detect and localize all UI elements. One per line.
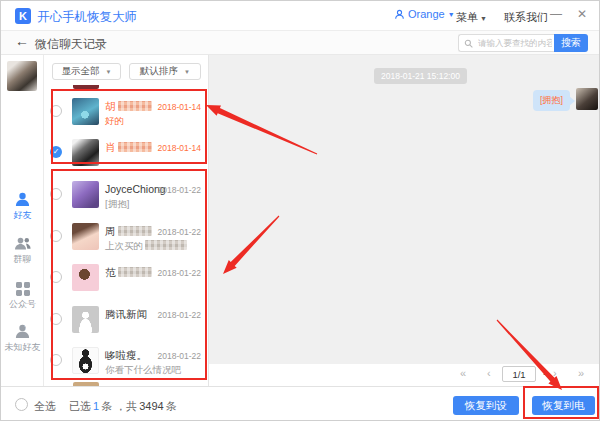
page-header: ← 微信聊天记录 搜索 xyxy=(1,31,599,55)
item-checkbox-checked[interactable]: ✓ xyxy=(50,146,62,158)
contact-list: 显示全部▼ 默认排序▼ 胡2018-01-14好的✓肖2018-01-14Joy… xyxy=(44,55,208,386)
censored-name-mosaic xyxy=(118,142,152,152)
message-date: 2018-01-22 xyxy=(158,185,201,195)
contact-avatar xyxy=(72,306,99,333)
contact-avatar xyxy=(72,223,99,250)
sidebar-item-official-accounts[interactable]: 公众号 xyxy=(1,281,44,311)
censored-name-mosaic xyxy=(118,226,152,236)
pagination-bar: « ‹ 1/1 ▲ › » xyxy=(208,364,600,386)
user-icon xyxy=(394,9,405,20)
chat-timestamp: 2018-01-21 15:12:00 xyxy=(374,68,467,84)
contact-avatar xyxy=(72,347,99,374)
contact-name: 胡 xyxy=(105,100,152,114)
item-checkbox-unchecked[interactable] xyxy=(50,188,62,200)
item-checkbox-unchecked[interactable] xyxy=(50,230,62,242)
list-item[interactable]: 周2018-01-22上次买的 xyxy=(44,223,208,263)
search-icon xyxy=(464,39,473,48)
friend-icon xyxy=(14,191,31,208)
censored-name-mosaic xyxy=(118,267,152,277)
item-checkbox-unchecked[interactable] xyxy=(50,313,62,325)
first-page-button[interactable]: « xyxy=(460,367,466,379)
app-logo: K xyxy=(15,8,31,24)
chat-bubble: [拥抱] xyxy=(533,90,570,111)
message-date: 2018-01-14 xyxy=(158,102,201,112)
sidebar: 好友 群聊 公众号 ? 未知好友 xyxy=(1,55,44,386)
restore-to-computer-button[interactable]: 恢复到电脑 xyxy=(532,396,595,415)
sidebar-item-friends[interactable]: 好友 xyxy=(1,191,44,222)
list-item[interactable]: ✓肖2018-01-14 xyxy=(44,139,208,179)
restore-to-device-button[interactable]: 恢复到设备 xyxy=(453,396,519,415)
last-message-preview: [拥抱] xyxy=(105,198,129,211)
svg-text:?: ? xyxy=(24,323,28,332)
list-item[interactable]: 范2018-01-22 xyxy=(44,264,208,304)
list-item[interactable]: 胡2018-01-14好的 xyxy=(44,98,208,138)
selected-count: 1 xyxy=(93,400,99,412)
message-date: 2018-01-22 xyxy=(158,227,201,237)
sort-dropdown[interactable]: 默认排序▼ xyxy=(129,63,201,80)
page-indicator[interactable]: 1/1 xyxy=(502,366,536,382)
total-count: 3494 xyxy=(139,400,163,412)
filter-bar: 显示全部▼ 默认排序▼ xyxy=(44,55,208,85)
list-item[interactable]: 哆啦瘦。2018-01-22你看下什么情况吧 xyxy=(44,347,208,386)
sidebar-item-label: 好友 xyxy=(1,209,44,222)
select-all-checkbox[interactable] xyxy=(15,398,28,411)
item-checkbox-unchecked[interactable] xyxy=(50,354,62,366)
censored-message-mosaic xyxy=(145,240,187,250)
item-checkbox-unchecked[interactable] xyxy=(50,105,62,117)
show-all-dropdown[interactable]: 显示全部▼ xyxy=(52,63,121,80)
unknown-friend-icon: ? xyxy=(14,323,31,340)
page-title: 微信聊天记录 xyxy=(35,36,107,53)
select-all-label: 全选 xyxy=(34,400,56,412)
sidebar-item-label: 公众号 xyxy=(1,298,44,311)
last-message-preview: 好的 xyxy=(105,115,124,128)
message-date: 2018-01-22 xyxy=(158,268,201,278)
search-field[interactable] xyxy=(458,34,554,52)
user-name: Orange xyxy=(408,8,445,20)
contact-avatar xyxy=(72,98,99,125)
prev-page-button[interactable]: ‹ xyxy=(487,367,491,379)
item-checkbox-unchecked[interactable] xyxy=(50,271,62,283)
sidebar-item-unknown-friends[interactable]: ? 未知好友 xyxy=(1,323,44,354)
chevron-down-icon: ▼ xyxy=(106,69,112,75)
message-date: 2018-01-22 xyxy=(158,351,201,361)
message-date: 2018-01-22 xyxy=(158,310,201,320)
next-page-button[interactable]: › xyxy=(553,367,557,379)
chat-preview-panel: 2018-01-21 15:12:00 [拥抱] xyxy=(208,55,600,364)
search-bar: 搜索 xyxy=(458,34,588,52)
last-message-preview: 你看下什么情况吧 xyxy=(105,364,181,377)
sidebar-item-groups[interactable]: 群聊 xyxy=(1,236,44,266)
contact-name: 范 xyxy=(105,266,152,280)
app-window: K 开心手机恢复大师 Orange ▼ 菜单▼ 联系我们 — ✕ ← 微信聊天记… xyxy=(0,0,600,421)
app-title: 开心手机恢复大师 xyxy=(37,9,137,26)
last-message-preview: 上次买的 xyxy=(105,240,187,253)
contact-name: 周 xyxy=(105,225,152,239)
current-account-avatar[interactable] xyxy=(7,61,37,91)
back-button[interactable]: ← xyxy=(15,33,29,49)
search-input[interactable] xyxy=(476,37,554,49)
close-button[interactable]: ✕ xyxy=(573,7,591,21)
contact-us-button[interactable]: 联系我们 xyxy=(504,10,548,25)
message-date: 2018-01-14 xyxy=(158,143,201,153)
group-chat-icon xyxy=(14,236,32,252)
menu-button[interactable]: 菜单▼ xyxy=(456,10,487,25)
contact-avatar xyxy=(72,139,99,166)
user-menu[interactable]: Orange ▼ xyxy=(394,8,455,20)
list-item[interactable]: 腾讯新闻2018-01-22 xyxy=(44,306,208,346)
minimize-button[interactable]: — xyxy=(547,7,565,21)
sidebar-item-label: 未知好友 xyxy=(1,341,44,354)
page-select-caret[interactable]: ▲ xyxy=(542,369,549,376)
contact-name: 哆啦瘦。 xyxy=(105,349,147,363)
last-page-button[interactable]: » xyxy=(578,367,584,379)
contact-name: 腾讯新闻 xyxy=(105,308,147,322)
chevron-down-icon: ▼ xyxy=(480,15,487,22)
search-button[interactable]: 搜索 xyxy=(554,34,588,52)
chevron-down-icon: ▼ xyxy=(448,11,455,18)
official-account-icon xyxy=(15,281,31,297)
footer-bar: 全选 已选1条 ，共3494条 恢复到设备 恢复到电脑 xyxy=(1,386,599,421)
chat-sender-avatar xyxy=(576,88,598,110)
contact-name: 肖 xyxy=(105,141,152,155)
selection-summary: 全选 已选1条 ，共3494条 xyxy=(34,399,177,414)
contact-avatar xyxy=(72,181,99,208)
list-item[interactable]: JoyceChiong2018-01-22[拥抱] xyxy=(44,181,208,221)
contact-avatar xyxy=(72,264,99,291)
